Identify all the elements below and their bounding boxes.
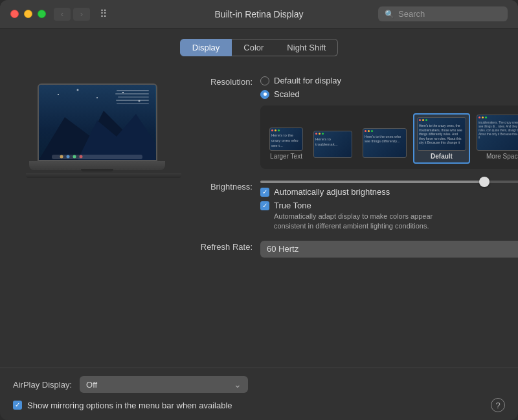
res-preview-more-space[interactable]: troublemakers. The crazy ones who see th…: [473, 111, 518, 164]
resolution-default-option[interactable]: Default for display: [260, 76, 518, 85]
svg-point-17: [79, 155, 82, 159]
svg-point-5: [96, 97, 98, 98]
airplay-value: Off: [86, 380, 229, 390]
search-icon: 🔍: [385, 10, 394, 19]
res-preview-larger-text[interactable]: Here's to the crazy ones who see t... La…: [265, 124, 307, 164]
forward-button[interactable]: ›: [73, 8, 90, 21]
check-icon-2: ✓: [262, 203, 267, 209]
mirroring-row[interactable]: ✓ Show mirroring options in the menu bar…: [13, 398, 505, 412]
laptop-preview: [26, 71, 168, 368]
svg-point-15: [66, 155, 69, 159]
refresh-rate-row: Refresh Rate: 60 Hertz ⌄: [188, 241, 518, 258]
mirroring-label: Show mirroring options in the menu bar w…: [27, 401, 232, 410]
true-tone-label: True Tone: [274, 201, 311, 210]
grid-icon: ⠿: [100, 8, 107, 20]
res-label-default: Default: [431, 153, 453, 160]
brightness-slider[interactable]: [260, 181, 518, 183]
mirroring-checkbox[interactable]: ✓: [13, 401, 22, 410]
svg-point-16: [73, 155, 76, 159]
resolution-row: Resolution: Default for display Scaled: [188, 76, 518, 169]
true-tone-row[interactable]: ✓ True Tone: [260, 201, 518, 210]
resolution-previews: Here's to the crazy ones who see t... La…: [260, 105, 518, 169]
close-button[interactable]: [10, 10, 19, 18]
svg-point-14: [60, 155, 63, 159]
auto-brightness-checkbox[interactable]: ✓: [260, 188, 269, 197]
auto-brightness-row[interactable]: ✓ Automatically adjust brightness: [260, 187, 518, 197]
resolution-default-radio[interactable]: [260, 76, 269, 85]
refresh-rate-label: Refresh Rate:: [188, 241, 253, 252]
brightness-label: Brightness:: [188, 181, 253, 192]
chevron-left-icon: ‹: [61, 9, 63, 19]
true-tone-checkbox[interactable]: ✓: [260, 201, 269, 210]
question-icon: ?: [495, 401, 500, 410]
search-input[interactable]: [398, 9, 501, 19]
check-icon: ✓: [262, 189, 267, 195]
svg-rect-9: [115, 93, 149, 94]
airplay-label: AirPlay Display:: [13, 380, 72, 390]
tab-display[interactable]: Display: [180, 39, 232, 56]
svg-rect-12: [117, 103, 149, 104]
airplay-chevron-icon: ⌄: [234, 379, 242, 390]
svg-point-3: [58, 94, 59, 95]
back-button[interactable]: ‹: [54, 8, 71, 21]
brightness-row: Brightness: ✓ Automatically adjust brigh…: [188, 181, 518, 232]
resolution-scaled-label: Scaled: [274, 89, 300, 99]
check-icon-3: ✓: [15, 402, 20, 408]
search-bar[interactable]: 🔍: [378, 6, 508, 21]
true-tone-description: Automatically adapt display to make colo…: [274, 212, 455, 232]
resolution-label: Resolution:: [188, 76, 253, 87]
svg-rect-11: [116, 100, 149, 101]
brightness-thumb[interactable]: [479, 177, 490, 187]
minimize-button[interactable]: [24, 10, 32, 18]
svg-rect-13: [52, 155, 142, 159]
res-label-more-space: More Space: [486, 153, 518, 160]
airplay-row: AirPlay Display: Off ⌄: [13, 376, 505, 393]
window-title: Built-in Retina Display: [215, 9, 304, 19]
refresh-rate-select[interactable]: 60 Hertz ⌄: [260, 241, 518, 258]
grid-button[interactable]: ⠿: [95, 6, 112, 23]
res-label-larger-text: Larger Text: [270, 153, 302, 160]
res-preview-default[interactable]: Here's to the crazy ones, the troublemak…: [413, 113, 470, 164]
resolution-scaled-option[interactable]: Scaled: [260, 89, 518, 99]
auto-brightness-label: Automatically adjust brightness: [274, 187, 390, 197]
tab-color[interactable]: Color: [232, 39, 275, 56]
refresh-rate-value: 60 Hertz: [267, 244, 518, 254]
tabs-row: Display Color Night Shift: [0, 28, 518, 64]
svg-point-4: [76, 89, 78, 91]
maximize-button[interactable]: [38, 10, 46, 18]
resolution-default-label: Default for display: [274, 76, 341, 85]
resolution-scaled-radio[interactable]: [260, 90, 269, 99]
help-button[interactable]: ?: [491, 398, 505, 412]
svg-point-6: [122, 92, 124, 93]
res-preview-2[interactable]: Here's to troublemak...: [310, 127, 356, 164]
tab-night-shift[interactable]: Night Shift: [275, 39, 338, 56]
bottom-bar: AirPlay Display: Off ⌄ ✓ Show mirroring …: [0, 368, 518, 420]
res-preview-3[interactable]: Here's to the ones who see things differ…: [359, 124, 411, 164]
svg-rect-8: [117, 90, 149, 91]
chevron-right-icon: ›: [80, 9, 83, 19]
svg-rect-10: [118, 96, 149, 98]
airplay-select[interactable]: Off ⌄: [80, 376, 248, 393]
